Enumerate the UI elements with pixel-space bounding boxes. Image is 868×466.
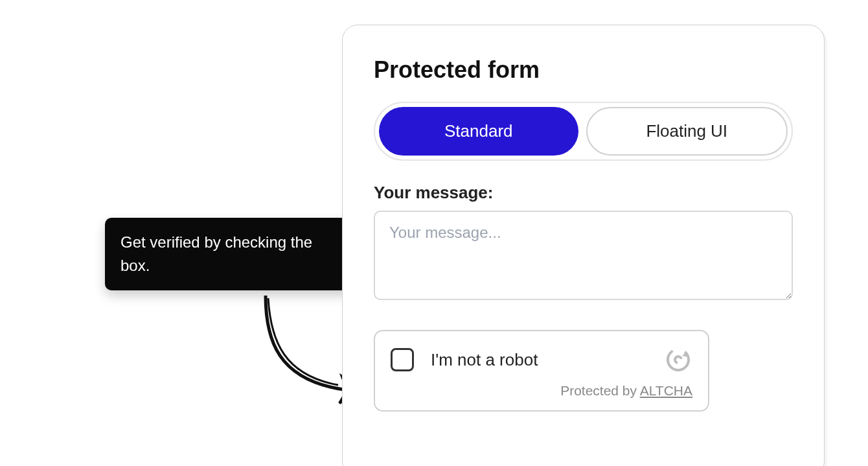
captcha-widget: I'm not a robot Protected by ALTCHA [374, 330, 709, 412]
captcha-main-row: I'm not a robot [375, 331, 708, 383]
captcha-footer: Protected by ALTCHA [375, 383, 708, 410]
captcha-brand-link[interactable]: ALTCHA [640, 383, 692, 398]
tab-standard[interactable]: Standard [379, 107, 578, 156]
refresh-icon [664, 345, 692, 374]
form-title: Protected form [374, 56, 793, 84]
captcha-protected-by: Protected by [560, 383, 640, 398]
tab-floating-ui[interactable]: Floating UI [586, 107, 788, 156]
tooltip-hint: Get verified by checking the box. [105, 218, 356, 290]
captcha-checkbox[interactable] [391, 348, 414, 371]
message-label: Your message: [374, 183, 793, 203]
tab-group: Standard Floating UI [374, 102, 793, 161]
tooltip-text: Get verified by checking the box. [120, 233, 312, 274]
svg-point-1 [674, 356, 683, 364]
svg-point-0 [664, 345, 692, 374]
captcha-label: I'm not a robot [431, 350, 664, 370]
protected-form-card: Protected form Standard Floating UI Your… [342, 25, 825, 466]
message-input[interactable] [374, 211, 793, 300]
